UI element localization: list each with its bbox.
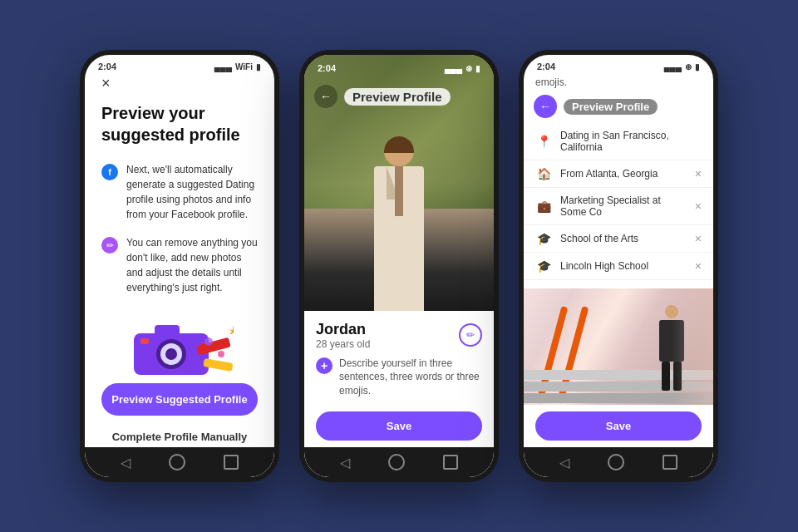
time-1: 2:04 [98, 62, 116, 71]
battery-icon-3: ▮ [695, 62, 700, 71]
square-nav-2[interactable] [443, 455, 458, 470]
detail-text-1: From Atlanta, Georgia [560, 168, 687, 180]
time-2: 2:04 [318, 63, 336, 73]
save-button-2[interactable]: Save [316, 411, 482, 441]
info-text-2: You can remove anything you don't like, … [126, 235, 258, 295]
scroll-continuation: emojis. [524, 75, 713, 91]
battery-icon-1: ▮ [256, 62, 261, 71]
detail-item-3: 🎓School of the Arts× [524, 225, 713, 253]
detail-item-0: 📍Dating in San Francisco, California [524, 123, 713, 160]
svg-rect-5 [140, 338, 149, 344]
wifi-icon-3: ⊛ [685, 62, 692, 71]
camera-svg [126, 308, 234, 383]
remove-detail-4[interactable]: × [695, 259, 702, 273]
svg-point-8 [204, 337, 213, 346]
edit-pencil-icon: ✏ [466, 329, 475, 341]
svg-point-4 [165, 348, 177, 360]
bottom-nav-3: ◁ [524, 447, 713, 477]
detail-text-2: Marketing Specialist at Some Co [560, 195, 687, 218]
add-description-button[interactable]: + [316, 357, 332, 374]
phone-3: 2:04 ▄▄▄ ⊛ ▮ emojis. ← Preview Profile 📍 [519, 50, 718, 482]
svg-point-9 [218, 351, 224, 357]
wifi-icon-2: ⊛ [466, 64, 472, 73]
back-nav-2[interactable]: ◁ [340, 455, 350, 470]
edit-profile-button[interactable]: ✏ [459, 323, 482, 347]
detail-icon-4: 🎓 [535, 259, 552, 273]
remove-detail-3[interactable]: × [695, 232, 702, 245]
detail-text-4: Lincoln High School [560, 260, 687, 272]
nav-title-3: Preview Profile [564, 99, 658, 115]
wifi-icon-1: WiFi [235, 62, 253, 71]
nav-title-2: Preview Profile [344, 88, 451, 106]
phone-2: 2:04 ▄▄▄ ⊛ ▮ ← Preview Profile [299, 50, 499, 482]
detail-text-3: School of the Arts [560, 233, 687, 244]
back-button-2[interactable]: ← [314, 85, 337, 108]
profile-details-list: 📍Dating in San Francisco, California🏠Fro… [524, 123, 713, 288]
phone1-title: Preview your suggested profile [101, 102, 258, 145]
remove-detail-2[interactable]: × [695, 200, 702, 213]
detail-item-4: 🎓Lincoln High School× [524, 253, 713, 280]
save-btn-area-3: Save [524, 405, 713, 447]
info-item-1: f Next, we'll automatically generate a s… [101, 162, 258, 222]
detail-icon-1: 🏠 [535, 167, 552, 180]
info-text-1: Next, we'll automatically generate a sug… [126, 162, 258, 222]
phone3-header-row: ← Preview Profile [534, 95, 703, 118]
bottom-nav-1: ◁ [85, 447, 274, 477]
back-button-3[interactable]: ← [534, 95, 557, 118]
detail-text-0: Dating in San Francisco, California [560, 130, 702, 153]
status-icons-3: ▄▄▄ ⊛ ▮ [664, 62, 700, 71]
back-nav-1[interactable]: ◁ [121, 455, 131, 470]
home-nav-3[interactable] [608, 454, 624, 470]
detail-item-2: 💼Marketing Specialist at Some Co× [524, 188, 713, 225]
signal-icon-3: ▄▄▄ [664, 62, 682, 71]
profile-age: 28 years old [316, 338, 370, 350]
detail-item-1: 🏠From Atlanta, Georgia× [524, 160, 713, 188]
signal-icon-2: ▄▄▄ [445, 64, 462, 73]
home-nav-1[interactable] [169, 454, 185, 470]
profile-name-row: Jordan 28 years old ✏ [316, 321, 482, 350]
time-3: 2:04 [537, 62, 555, 71]
detail-icon-2: 💼 [535, 200, 552, 213]
detail-icon-3: 🎓 [535, 232, 552, 245]
phone-1: 2:04 ▄▄▄ WiFi ▮ × Preview your suggested… [80, 50, 279, 482]
describe-placeholder[interactable]: Describe yourself in three sentences, th… [339, 357, 482, 398]
bottom-nav-2: ◁ [304, 447, 494, 477]
status-icons-1: ▄▄▄ WiFi ▮ [214, 62, 261, 71]
status-icons-2: ▄▄▄ ⊛ ▮ [445, 64, 480, 73]
info-item-2: ✏ You can remove anything you don't like… [101, 235, 258, 295]
describe-row: + Describe yourself in three sentences, … [316, 357, 482, 398]
battery-icon-2: ▮ [475, 64, 480, 73]
status-bar-3: 2:04 ▄▄▄ ⊛ ▮ [524, 55, 713, 75]
preview-suggested-profile-button[interactable]: Preview Suggested Profile [101, 383, 258, 416]
profile-info-area: Jordan 28 years old ✏ + Describe yoursel… [304, 311, 494, 405]
photo-thumbnail [524, 288, 713, 405]
close-button[interactable]: × [101, 75, 258, 92]
remove-detail-1[interactable]: × [695, 167, 702, 180]
pencil-icon-info: ✏ [101, 237, 118, 254]
status-bar-2: 2:04 ▄▄▄ ⊛ ▮ [304, 55, 494, 76]
save-button-3[interactable]: Save [535, 411, 702, 441]
square-nav-3[interactable] [663, 455, 677, 470]
phone1-content: × Preview your suggested profile f Next,… [85, 75, 274, 447]
signal-icon-1: ▄▄▄ [214, 62, 232, 71]
detail-icon-0: 📍 [535, 135, 552, 148]
facebook-icon: f [101, 164, 118, 180]
phone3-header: ← Preview Profile [524, 91, 713, 123]
profile-name-block: Jordan 28 years old [316, 321, 370, 350]
square-nav-1[interactable] [224, 455, 239, 470]
profile-name: Jordan [316, 321, 370, 338]
camera-illustration [101, 308, 258, 383]
nav-overlay-2: ← Preview Profile [304, 78, 494, 115]
svg-rect-1 [155, 325, 180, 337]
back-nav-3[interactable]: ◁ [559, 455, 569, 470]
save-btn-area-2: Save [304, 405, 494, 447]
phones-container: 2:04 ▄▄▄ WiFi ▮ × Preview your suggested… [80, 50, 718, 482]
home-nav-2[interactable] [388, 454, 405, 470]
plus-icon: + [321, 359, 328, 372]
complete-profile-manually-button[interactable]: Complete Profile Manually [101, 422, 258, 447]
status-bar-1: 2:04 ▄▄▄ WiFi ▮ [85, 55, 274, 75]
